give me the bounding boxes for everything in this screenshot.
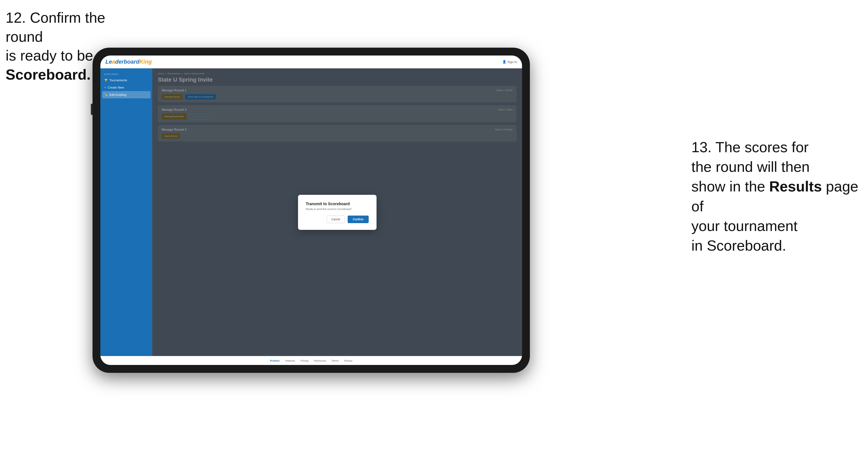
sidebar-create-label: Create New xyxy=(108,86,124,89)
tablet-screen: LeaderboardKing 👤 Sign In MAIN MENU 🏆 To… xyxy=(100,56,522,365)
modal-subtitle: Ready to send this round to Scoreboard? xyxy=(306,208,369,211)
sidebar: MAIN MENU 🏆 Tournaments + Create New ✏️ … xyxy=(100,68,152,356)
logo-area: LeaderboardKing xyxy=(105,59,152,65)
modal-box: Transmit to Scoreboard Ready to send thi… xyxy=(298,195,376,230)
footer-product[interactable]: Product xyxy=(270,360,280,362)
edit-icon: ✏️ xyxy=(104,93,108,96)
instruction-right-line3: show in the xyxy=(691,178,765,194)
sidebar-item-tournaments[interactable]: 🏆 Tournaments xyxy=(100,76,152,84)
sign-in-label: Sign In xyxy=(507,60,517,64)
modal-buttons: Cancel Confirm xyxy=(306,216,369,223)
instruction-right-line6: in Scoreboard. xyxy=(691,238,786,254)
plus-icon: + xyxy=(104,86,106,89)
footer-privacy[interactable]: Privacy xyxy=(344,360,353,362)
modal-overlay: Transmit to Scoreboard Ready to send thi… xyxy=(152,68,522,356)
content-area: Home > Tournaments > State U Spring Invi… xyxy=(152,68,522,356)
instruction-line3: Scoreboard. xyxy=(6,66,91,83)
top-bar: LeaderboardKing 👤 Sign In xyxy=(100,56,522,68)
instruction-right: 13. The scores for the round will then s… xyxy=(691,137,860,255)
sidebar-item-edit-existing[interactable]: ✏️ Edit Existing xyxy=(102,91,151,98)
instruction-right-line1: 13. The scores for xyxy=(691,139,809,155)
tablet-side-button xyxy=(91,104,93,115)
sidebar-item-create-new[interactable]: + Create New xyxy=(100,84,152,91)
logo: LeaderboardKing xyxy=(105,59,152,65)
sign-in-area[interactable]: 👤 Sign In xyxy=(502,60,517,64)
trophy-icon: 🏆 xyxy=(104,79,108,82)
footer: Product Features Pricing Resources Terms… xyxy=(100,356,522,365)
footer-pricing[interactable]: Pricing xyxy=(301,360,308,362)
user-icon: 👤 xyxy=(502,60,506,64)
main-layout: MAIN MENU 🏆 Tournaments + Create New ✏️ … xyxy=(100,68,522,356)
tablet-device: LeaderboardKing 👤 Sign In MAIN MENU 🏆 To… xyxy=(93,48,530,373)
footer-resources[interactable]: Resources xyxy=(314,360,326,362)
footer-features[interactable]: Features xyxy=(285,360,295,362)
modal-cancel-button[interactable]: Cancel xyxy=(327,216,345,223)
modal-confirm-button[interactable]: Confirm xyxy=(348,216,368,223)
sidebar-tournaments-label: Tournaments xyxy=(109,79,127,82)
instruction-right-bold: Results xyxy=(769,178,822,194)
instruction-right-line5: your tournament xyxy=(691,218,798,234)
footer-terms[interactable]: Terms xyxy=(332,360,339,362)
instruction-right-line2: the round will then xyxy=(691,159,810,175)
sidebar-menu-label: MAIN MENU xyxy=(100,71,152,76)
instruction-line1: 12. Confirm the round xyxy=(6,9,105,45)
modal-title: Transmit to Scoreboard xyxy=(306,201,369,206)
sidebar-edit-label: Edit Existing xyxy=(109,93,126,96)
